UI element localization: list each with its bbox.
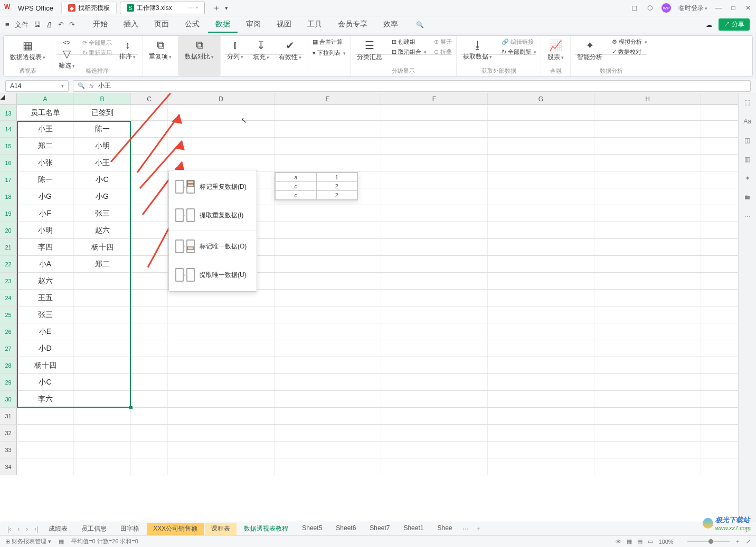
- select-all-corner[interactable]: ◢: [0, 93, 17, 104]
- cell[interactable]: 小C: [74, 171, 131, 188]
- sheet-tab[interactable]: 成绩表: [42, 523, 74, 535]
- col-header[interactable]: E: [275, 93, 381, 104]
- cell[interactable]: 小王: [17, 121, 74, 137]
- cell[interactable]: 小A: [17, 256, 74, 272]
- row-header[interactable]: 26: [0, 323, 17, 340]
- sheet-tab[interactable]: Sheet1: [397, 523, 430, 535]
- cell[interactable]: [74, 340, 131, 357]
- cell[interactable]: [488, 205, 594, 222]
- sheet-tab[interactable]: Sheet5: [296, 523, 328, 535]
- cell[interactable]: [275, 273, 381, 289]
- cell[interactable]: [488, 188, 594, 205]
- extract-duplicate-item[interactable]: › 提取重复数据(I): [169, 201, 257, 229]
- cell[interactable]: [275, 458, 381, 475]
- sort-button[interactable]: ↕排序: [117, 38, 138, 62]
- name-box[interactable]: A14 ▾: [5, 80, 69, 92]
- filter-button[interactable]: <>▽筛选: [56, 38, 77, 71]
- row-header[interactable]: 17: [0, 171, 17, 188]
- tab-menu-button[interactable]: ▾: [225, 5, 228, 12]
- cell[interactable]: [74, 323, 131, 340]
- ungroup-button[interactable]: ⊟ 取消组合: [392, 48, 427, 56]
- cell[interactable]: [381, 323, 488, 340]
- get-data-button[interactable]: ⭳获取数据: [461, 38, 494, 62]
- redo-icon[interactable]: ↷: [69, 21, 75, 28]
- cell[interactable]: [168, 408, 275, 424]
- ribbon-tab[interactable]: 公式: [177, 17, 207, 33]
- select-tool-icon[interactable]: ⬚: [743, 98, 752, 107]
- consolidate-button[interactable]: ▦ 合并计算: [313, 38, 346, 46]
- cell[interactable]: [131, 306, 168, 323]
- col-header[interactable]: F: [381, 93, 488, 104]
- maximize-button[interactable]: □: [730, 4, 737, 12]
- cell[interactable]: 李六: [17, 391, 74, 407]
- cell[interactable]: [381, 425, 488, 441]
- cell[interactable]: [594, 306, 701, 323]
- cell[interactable]: 郑二: [74, 256, 131, 272]
- add-sheet-button[interactable]: ＋: [473, 524, 484, 533]
- col-header[interactable]: G: [488, 93, 594, 104]
- zoom-value[interactable]: 100%: [658, 539, 673, 545]
- refresh-all-button[interactable]: ↻ 全部刷新: [502, 48, 536, 56]
- cell[interactable]: [381, 374, 488, 390]
- cell[interactable]: [594, 273, 701, 289]
- zoom-out-button[interactable]: −: [679, 539, 682, 545]
- duplicates-button[interactable]: ⧉重复项: [147, 38, 174, 62]
- row-header[interactable]: 30: [0, 391, 17, 407]
- cell[interactable]: [381, 205, 488, 222]
- cell[interactable]: [275, 323, 381, 340]
- sheet-tab[interactable]: 课程表: [205, 523, 237, 535]
- avatar[interactable]: WP: [662, 3, 671, 13]
- cell[interactable]: [594, 391, 701, 407]
- cell[interactable]: [74, 425, 131, 441]
- cell[interactable]: [381, 357, 488, 373]
- cell[interactable]: 李四: [17, 239, 74, 255]
- undo-icon[interactable]: ↶: [58, 21, 64, 28]
- cell[interactable]: 王五: [17, 290, 74, 306]
- cell[interactable]: [488, 458, 594, 475]
- row-header[interactable]: 19: [0, 205, 17, 222]
- cell[interactable]: [275, 256, 381, 272]
- cell[interactable]: [488, 239, 594, 255]
- cell[interactable]: [488, 340, 594, 357]
- cell[interactable]: [594, 323, 701, 340]
- row-header[interactable]: 24: [0, 290, 17, 306]
- cell[interactable]: [594, 340, 701, 357]
- cell[interactable]: 杨十四: [74, 239, 131, 255]
- cell[interactable]: 小G: [74, 188, 131, 205]
- cell[interactable]: [275, 391, 381, 407]
- cell[interactable]: [594, 121, 701, 137]
- cell[interactable]: [275, 138, 381, 154]
- col-header[interactable]: H: [594, 93, 701, 104]
- view-eye-icon[interactable]: 👁: [616, 539, 621, 545]
- col-header[interactable]: A: [17, 93, 74, 104]
- cell[interactable]: [381, 121, 488, 137]
- row-header[interactable]: 29: [0, 374, 17, 390]
- text-to-columns-button[interactable]: ⫿分列: [225, 38, 245, 62]
- cell[interactable]: 赵六: [74, 222, 131, 238]
- attachment-icon[interactable]: 🖿: [743, 193, 752, 202]
- cell[interactable]: [381, 105, 488, 120]
- pivot-table-button[interactable]: ▦数据透视表: [8, 38, 48, 63]
- search-icon[interactable]: 🔍: [416, 21, 424, 28]
- cell[interactable]: [594, 408, 701, 424]
- cell[interactable]: [594, 138, 701, 154]
- ribbon-tab[interactable]: 开始: [86, 17, 115, 33]
- cell[interactable]: [381, 340, 488, 357]
- cell[interactable]: [381, 239, 488, 255]
- cell[interactable]: [488, 155, 594, 171]
- cell[interactable]: [488, 408, 594, 424]
- workbook-manager[interactable]: ⊞ 财务报表管理 ▾: [5, 538, 51, 545]
- row-header[interactable]: 15: [0, 138, 17, 154]
- view-page-icon[interactable]: ▤: [637, 538, 642, 545]
- filter-pane-icon[interactable]: ▥: [743, 155, 752, 164]
- row-header[interactable]: 32: [0, 425, 17, 441]
- print-icon[interactable]: 🖨: [46, 21, 53, 28]
- cell[interactable]: [594, 205, 701, 222]
- cell[interactable]: 小张: [17, 155, 74, 171]
- cell[interactable]: [381, 138, 488, 154]
- tab-add-button[interactable]: ＋: [212, 3, 221, 14]
- cell[interactable]: [488, 306, 594, 323]
- share-button[interactable]: ↗ 分享: [719, 18, 750, 31]
- row-header[interactable]: 20: [0, 222, 17, 238]
- cell[interactable]: [168, 323, 275, 340]
